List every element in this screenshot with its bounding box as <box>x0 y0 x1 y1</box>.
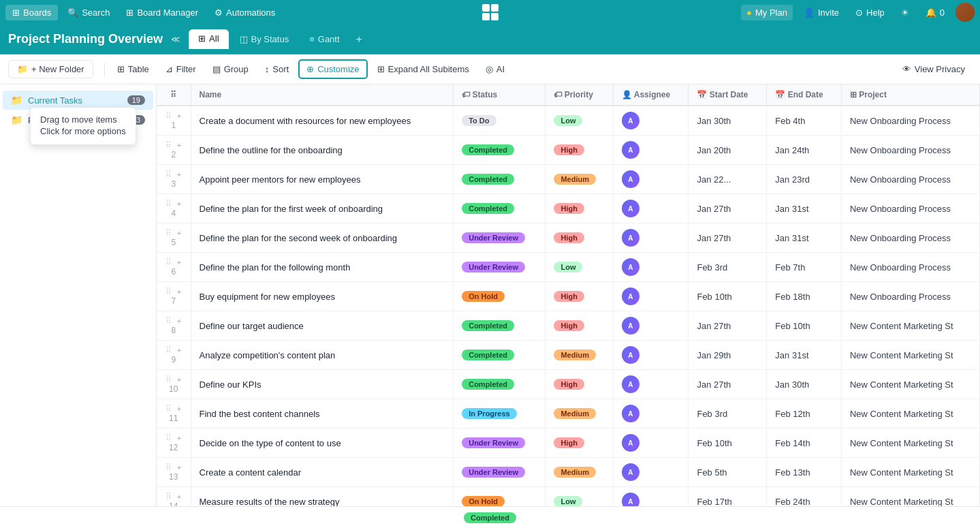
add-tab-button[interactable]: + <box>351 29 368 50</box>
status-badge[interactable]: Completed <box>462 379 514 390</box>
priority-badge[interactable]: Medium <box>554 408 596 419</box>
nav-board-manager-button[interactable]: ⊞ Board Manager <box>119 5 205 20</box>
add-row-icon[interactable]: + <box>177 375 181 384</box>
sort-button[interactable]: ↕ Sort <box>258 61 296 78</box>
task-priority[interactable]: High <box>546 223 613 253</box>
drag-handle[interactable]: ⠿ <box>165 375 172 384</box>
status-badge[interactable]: On Hold <box>462 291 505 302</box>
expand-all-button[interactable]: ⊞ Expand All Subitems <box>370 61 476 78</box>
status-badge[interactable]: Completed <box>462 174 514 185</box>
add-row-icon[interactable]: + <box>177 288 181 296</box>
table-row[interactable]: ⠿ + 12 Decide on the type of content to … <box>157 429 980 458</box>
tab-by-status[interactable]: ◫ By Status <box>230 30 299 48</box>
table-row[interactable]: ⠿ + 8 Define our target audience Complet… <box>157 311 980 341</box>
sidebar-item-projects[interactable]: 📁 Projects 3 <box>3 110 153 129</box>
priority-badge[interactable]: Medium <box>554 174 596 185</box>
add-row-icon[interactable]: + <box>177 463 181 471</box>
table-row[interactable]: ⠿ + 4 Define the plan for the first week… <box>157 194 980 223</box>
priority-badge[interactable]: Low <box>554 115 582 126</box>
tab-gantt[interactable]: ≡ Gantt <box>300 30 349 48</box>
status-badge[interactable]: Completed <box>462 320 514 331</box>
task-priority[interactable]: High <box>546 311 613 341</box>
tab-all[interactable]: ⊞ All <box>189 29 228 49</box>
task-status[interactable]: Completed <box>454 165 546 194</box>
sidebar-item-current-tasks[interactable]: 📁 Current Tasks 19 Drag to move items Cl… <box>3 91 153 110</box>
priority-badge[interactable]: Medium <box>554 350 596 360</box>
table-row[interactable]: ⠿ + 2 Define the outline for the onboard… <box>157 136 980 165</box>
priority-badge[interactable]: High <box>554 291 584 302</box>
nav-search-button[interactable]: 🔍 Search <box>61 5 116 20</box>
drag-handle[interactable]: ⠿ <box>165 258 172 267</box>
task-status[interactable]: Completed <box>454 194 546 223</box>
status-badge[interactable]: Completed <box>462 144 514 155</box>
status-badge[interactable]: To Do <box>462 115 496 126</box>
drag-handle[interactable]: ⠿ <box>165 492 172 501</box>
drag-handle[interactable]: ⠿ <box>165 170 172 179</box>
new-folder-button[interactable]: 📁 + New Folder <box>8 60 93 78</box>
col-priority[interactable]: 🏷 Priority <box>546 84 613 106</box>
task-status[interactable]: Under Review <box>454 429 546 458</box>
priority-badge[interactable]: High <box>554 437 584 448</box>
task-priority[interactable]: High <box>546 282 613 311</box>
help-button[interactable]: ⊙ Help <box>850 5 890 20</box>
task-priority[interactable]: Medium <box>546 458 613 487</box>
drag-handle[interactable]: ⠿ <box>165 287 172 296</box>
status-badge[interactable]: In Progress <box>462 408 517 419</box>
priority-badge[interactable]: High <box>554 232 584 243</box>
col-project[interactable]: ⊞ Project <box>841 84 979 106</box>
status-badge[interactable]: On Hold <box>462 496 505 507</box>
status-badge[interactable]: Under Review <box>462 232 525 243</box>
task-priority[interactable]: Medium <box>546 399 613 429</box>
add-row-icon[interactable]: + <box>177 346 181 354</box>
task-priority[interactable]: Medium <box>546 165 613 194</box>
task-status[interactable]: In Progress <box>454 399 546 429</box>
filter-button[interactable]: ⊿ Filter <box>159 61 203 78</box>
task-status[interactable]: Under Review <box>454 223 546 253</box>
add-row-icon[interactable]: + <box>177 493 181 501</box>
status-badge[interactable]: Under Review <box>462 467 525 478</box>
drag-handle[interactable]: ⠿ <box>165 404 172 414</box>
task-status[interactable]: Completed <box>454 311 546 341</box>
task-status[interactable]: To Do <box>454 106 546 136</box>
priority-badge[interactable]: Medium <box>554 467 596 478</box>
user-avatar[interactable] <box>955 3 975 22</box>
add-row-icon[interactable]: + <box>177 434 181 442</box>
collapse-button[interactable]: ≪ <box>168 31 183 47</box>
table-view-button[interactable]: ⊞ Table <box>110 61 156 78</box>
add-row-icon[interactable]: + <box>177 170 181 178</box>
status-badge[interactable]: Completed <box>462 203 514 214</box>
table-row[interactable]: ⠿ + 5 Define the plan for the second wee… <box>157 223 980 253</box>
priority-badge[interactable]: High <box>554 379 584 390</box>
customize-button[interactable]: ⊕ Customize <box>298 59 367 79</box>
table-row[interactable]: ⠿ + 1 Create a document with resources f… <box>157 106 980 136</box>
add-row-icon[interactable]: + <box>177 141 181 149</box>
task-status[interactable]: Completed <box>454 341 546 370</box>
task-priority[interactable]: Low <box>546 253 613 282</box>
table-row[interactable]: ⠿ + 10 Define our KPIs Completed High A … <box>157 370 980 399</box>
table-row[interactable]: ⠿ + 11 Find the best content channels In… <box>157 399 980 429</box>
col-status[interactable]: 🏷 Status <box>454 84 546 106</box>
group-button[interactable]: ▤ Group <box>206 61 255 78</box>
drag-handle[interactable]: ⠿ <box>165 111 172 121</box>
drag-handle[interactable]: ⠿ <box>165 345 172 355</box>
drag-handle[interactable]: ⠿ <box>165 316 172 326</box>
priority-badge[interactable]: High <box>554 320 584 331</box>
priority-badge[interactable]: Low <box>554 496 582 507</box>
task-priority[interactable]: Low <box>546 106 613 136</box>
task-priority[interactable]: High <box>546 136 613 165</box>
task-status[interactable]: Completed <box>454 370 546 399</box>
add-row-icon[interactable]: + <box>177 405 181 413</box>
table-row[interactable]: ⠿ + 9 Analyze competition's content plan… <box>157 341 980 370</box>
task-priority[interactable]: High <box>546 429 613 458</box>
drag-handle[interactable]: ⠿ <box>165 140 172 150</box>
priority-badge[interactable]: High <box>554 203 584 214</box>
task-status[interactable]: On Hold <box>454 282 546 311</box>
drag-handle[interactable]: ⠿ <box>165 433 172 443</box>
nav-boards-button[interactable]: ⊞ Boards <box>5 5 58 20</box>
my-plan-button[interactable]: ● My Plan <box>741 5 793 20</box>
task-priority[interactable]: High <box>546 370 613 399</box>
col-start-date[interactable]: 📅 Start Date <box>689 84 767 106</box>
task-priority[interactable]: Medium <box>546 341 613 370</box>
table-row[interactable]: ⠿ + 3 Appoint peer mentors for new emplo… <box>157 165 980 194</box>
drag-handle[interactable]: ⠿ <box>165 199 172 208</box>
